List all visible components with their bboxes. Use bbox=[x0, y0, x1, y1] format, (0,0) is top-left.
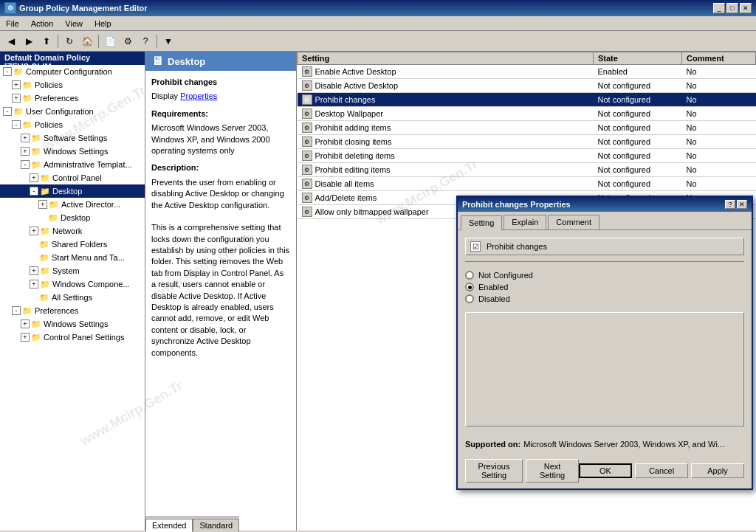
folder-icon-policies-user: 📁 bbox=[21, 119, 33, 131]
dialog-close-button[interactable]: ✕ bbox=[737, 200, 747, 209]
table-row[interactable]: ⚙ Prohibit closing items Not configured … bbox=[298, 135, 756, 149]
table-row[interactable]: ⚙ Prohibit deleting items Not configured… bbox=[298, 149, 756, 163]
table-row[interactable]: ⚙ Prohibit changes Not configured No bbox=[298, 93, 756, 107]
menu-help[interactable]: Help bbox=[92, 18, 114, 29]
tree-item-policies-comp[interactable]: + 📁 Policies bbox=[0, 78, 145, 91]
toolbar-home[interactable]: 🏠 bbox=[79, 33, 95, 49]
expand-admin-templates[interactable]: - bbox=[21, 160, 30, 169]
setting-comment: No bbox=[682, 107, 756, 121]
tree-item-windows-components[interactable]: + 📁 Windows Compone... bbox=[0, 277, 145, 291]
tree-item-active-directory[interactable]: + 📁 Active Director... bbox=[0, 198, 145, 211]
supported-section: Supported on: Microsoft Windows Server 2… bbox=[458, 434, 752, 455]
expand-win-set-pref[interactable]: + bbox=[21, 319, 30, 328]
tree-item-desktop[interactable]: - 📁 Desktop bbox=[0, 184, 145, 198]
maximize-button[interactable]: □ bbox=[726, 3, 738, 13]
tree-item-network[interactable]: + 📁 Network bbox=[0, 224, 145, 238]
tree-item-desktop-sub[interactable]: 📁 Desktop bbox=[0, 211, 145, 224]
expand-preferences-comp[interactable]: + bbox=[12, 94, 21, 103]
expand-active-dir[interactable]: + bbox=[38, 200, 47, 209]
expand-software[interactable]: + bbox=[21, 134, 30, 142]
dialog-tab-comment[interactable]: Comment bbox=[548, 215, 599, 229]
detail-header: 🖥 Desktop bbox=[145, 52, 296, 71]
previous-setting-button[interactable]: Previous Setting bbox=[465, 459, 523, 483]
toolbar-filter[interactable]: ▼ bbox=[160, 33, 176, 49]
radio-enabled[interactable]: Enabled bbox=[465, 283, 744, 291]
expand-preferences-user[interactable]: - bbox=[12, 306, 21, 315]
tree-label-all-settings: All Settings bbox=[52, 293, 92, 302]
apply-button[interactable]: Apply bbox=[691, 463, 744, 478]
setting-state: Not configured bbox=[594, 121, 682, 135]
tree-item-windows-settings[interactable]: + 📁 Windows Settings bbox=[0, 145, 145, 158]
tree-item-user-config[interactable]: - 📁 User Configuration bbox=[0, 105, 145, 118]
expand-windows-components[interactable]: + bbox=[30, 280, 38, 289]
toolbar-up[interactable]: ⬆ bbox=[38, 33, 55, 49]
expand-network[interactable]: + bbox=[30, 227, 38, 235]
setting-state: Not configured bbox=[594, 149, 682, 163]
tree-item-preferences-comp[interactable]: + 📁 Preferences bbox=[0, 91, 145, 105]
radio-not-configured[interactable]: Not Configured bbox=[465, 271, 744, 280]
tree-label-windows-settings: Windows Settings bbox=[44, 147, 108, 156]
dialog-title-btns: ? ✕ bbox=[725, 200, 747, 209]
radio-circle-disabled bbox=[465, 294, 474, 303]
menu-file[interactable]: File bbox=[3, 18, 22, 29]
table-row[interactable]: ⚙ Disable all items Not configured No bbox=[298, 177, 756, 191]
table-row[interactable]: ⚙ Disable Active Desktop Not configured … bbox=[298, 79, 756, 93]
toolbar-help[interactable]: ? bbox=[137, 33, 154, 49]
expand-control-panel[interactable]: + bbox=[30, 173, 38, 182]
close-button[interactable]: ✕ bbox=[740, 3, 752, 13]
toolbar-forward[interactable]: ▶ bbox=[21, 33, 37, 49]
tree-item-software-settings[interactable]: + 📁 Software Settings bbox=[0, 131, 145, 145]
tree-item-preferences-user[interactable]: - 📁 Preferences bbox=[0, 304, 145, 317]
dialog-checkbox[interactable]: ☑ bbox=[470, 241, 481, 252]
tree-item-all-settings[interactable]: 📁 All Settings bbox=[0, 291, 145, 304]
tree-label-shared: Shared Folders bbox=[52, 240, 107, 249]
table-row[interactable]: ⚙ Enable Active Desktop Enabled No bbox=[298, 65, 756, 79]
expand-computer-config[interactable]: - bbox=[3, 67, 12, 76]
minimize-button[interactable]: _ bbox=[713, 3, 725, 13]
tree-item-control-panel-settings[interactable]: + 📁 Control Panel Settings bbox=[0, 331, 145, 344]
next-setting-button[interactable]: Next Setting bbox=[526, 459, 579, 483]
setting-state: Not configured bbox=[594, 135, 682, 149]
supported-label: Supported on: bbox=[465, 440, 520, 449]
menu-view[interactable]: View bbox=[62, 18, 86, 29]
tree-label-computer-config: Computer Configuration bbox=[26, 67, 112, 76]
tree-item-policies-user[interactable]: - 📁 Policies bbox=[0, 118, 145, 131]
setting-row-icon: ⚙ bbox=[302, 94, 312, 105]
table-row[interactable]: ⚙ Prohibit editing items Not configured … bbox=[298, 163, 756, 177]
expand-windows-settings[interactable]: + bbox=[21, 147, 30, 156]
toolbar-separator-1 bbox=[58, 35, 58, 48]
table-row[interactable]: ⚙ Prohibit adding items Not configured N… bbox=[298, 121, 756, 135]
supported-value: Microsoft Windows Server 2003, Windows X… bbox=[523, 440, 724, 449]
tree-label-win-comp: Windows Compone... bbox=[52, 280, 130, 289]
toolbar-back[interactable]: ◀ bbox=[3, 33, 19, 49]
dialog-tab-setting[interactable]: Setting bbox=[461, 215, 502, 230]
dialog-tab-explain[interactable]: Explain bbox=[504, 215, 546, 229]
expand-user-config[interactable]: - bbox=[3, 107, 12, 116]
tree-item-admin-templates[interactable]: - 📁 Administrative Templat... bbox=[0, 158, 145, 171]
expand-cp-settings[interactable]: + bbox=[21, 333, 30, 342]
tree-item-shared-folders[interactable]: 📁 Shared Folders bbox=[0, 238, 145, 251]
cancel-button[interactable]: Cancel bbox=[635, 463, 688, 478]
toolbar-refresh[interactable]: ↻ bbox=[61, 33, 78, 49]
tree-item-windows-settings-pref[interactable]: + 📁 Windows Settings bbox=[0, 317, 145, 331]
tree-item-system[interactable]: + 📁 System bbox=[0, 264, 145, 277]
toolbar-properties[interactable]: ⚙ bbox=[120, 33, 136, 49]
tree-item-control-panel[interactable]: + 📁 Control Panel bbox=[0, 171, 145, 184]
tree-item-computer-config[interactable]: - 📁 Computer Configuration bbox=[0, 65, 145, 78]
folder-icon-policies-comp: 📁 bbox=[21, 79, 33, 91]
ok-button[interactable]: OK bbox=[579, 463, 632, 478]
expand-policies-user[interactable]: - bbox=[12, 120, 21, 129]
toolbar-export[interactable]: 📄 bbox=[102, 33, 118, 49]
expand-policies-comp[interactable]: + bbox=[12, 80, 21, 89]
expand-system[interactable]: + bbox=[30, 266, 38, 275]
description-title: Description: bbox=[151, 162, 290, 173]
setting-state: Not configured bbox=[594, 79, 682, 93]
tree-item-start-menu[interactable]: 📁 Start Menu and Ta... bbox=[0, 251, 145, 264]
dialog-help-button[interactable]: ? bbox=[725, 200, 735, 209]
menu-action[interactable]: Action bbox=[28, 18, 57, 29]
expand-desktop[interactable]: - bbox=[30, 187, 38, 196]
table-row[interactable]: ⚙ Desktop Wallpaper Not configured No bbox=[298, 107, 756, 121]
tree-label-desktop: Desktop bbox=[52, 187, 82, 196]
properties-link[interactable]: Properties bbox=[180, 91, 217, 100]
radio-disabled[interactable]: Disabled bbox=[465, 294, 744, 303]
